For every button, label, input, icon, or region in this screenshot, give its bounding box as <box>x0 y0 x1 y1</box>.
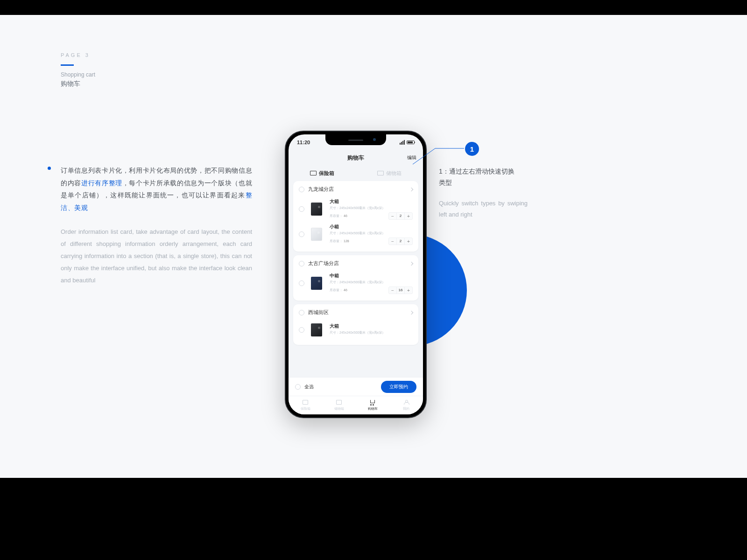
qty-stepper[interactable]: −16+ <box>388 287 413 294</box>
item-spec: 尺寸：245x240x500毫米（宽x高x深） <box>330 330 413 335</box>
item-thumb <box>308 201 325 217</box>
category-tabs: 保险箱 储物箱 <box>289 165 423 181</box>
action-bar: 全选 立即预约 <box>289 377 423 396</box>
minus-button[interactable]: − <box>389 287 396 294</box>
store-name: 西城街区 <box>308 309 410 316</box>
cart-item: 小箱尺寸：245x240x500毫米（宽x高x深）库存量：128−2+ <box>293 222 418 247</box>
page-header: PAGE 3 Shopping cart 购物车 <box>61 52 95 88</box>
qty-value: 2 <box>396 238 405 245</box>
tab-bar: 保险箱 储物箱 购物车 我的 <box>289 396 423 414</box>
tab-safe[interactable]: 保险箱 <box>289 165 356 181</box>
select-all-label: 全选 <box>304 384 381 390</box>
phone-screen: 11:20 购物车 编辑 保险箱 储物箱 九 <box>289 134 423 414</box>
cart-item: 大箱尺寸：245x240x500毫米（宽x高x深）库存量：46−2+ <box>293 196 418 222</box>
item-radio[interactable] <box>299 206 304 212</box>
tab-storage[interactable]: 储物箱 <box>356 165 423 181</box>
select-all-radio[interactable] <box>295 384 301 390</box>
item-radio[interactable] <box>299 280 304 286</box>
item-name: 大箱 <box>330 323 413 329</box>
stock-label: 库存量：128 <box>330 239 349 244</box>
status-time: 11:20 <box>297 140 310 145</box>
item-radio[interactable] <box>299 327 304 333</box>
callout-1: 1 1：通过左右滑动快速切换类型 Quickly switch types by… <box>439 142 528 221</box>
item-thumb <box>308 275 325 292</box>
item-spec: 尺寸：245x240x500毫米（宽x高x深） <box>330 231 413 236</box>
store-name: 太古广场分店 <box>308 260 410 267</box>
safe-icon <box>310 171 317 175</box>
plus-button[interactable]: + <box>405 213 412 219</box>
callout-title: 1：通过左右滑动快速切换类型 <box>439 166 518 189</box>
store-name: 九龙城分店 <box>308 186 410 193</box>
page-number: PAGE 3 <box>61 52 95 58</box>
chevron-right-icon[interactable] <box>409 187 413 191</box>
tabbar-safe[interactable]: 保险箱 <box>289 396 322 414</box>
plus-button[interactable]: + <box>405 287 412 294</box>
qty-stepper[interactable]: −2+ <box>388 212 413 220</box>
callout-en: Quickly switch types by swiping left and… <box>439 198 528 221</box>
description-en: Order information list card, take advant… <box>61 226 252 287</box>
tabbar-profile[interactable]: 我的 <box>389 396 423 414</box>
book-button[interactable]: 立即预约 <box>381 381 416 393</box>
tabbar-storage[interactable]: 储物箱 <box>322 396 356 414</box>
qty-value: 2 <box>396 213 405 219</box>
item-thumb <box>308 226 325 243</box>
signal-icon <box>400 140 405 145</box>
plus-button[interactable]: + <box>405 238 412 245</box>
store-radio[interactable] <box>299 187 304 192</box>
bullet-icon <box>48 167 51 170</box>
storage-icon <box>377 171 384 175</box>
item-spec: 尺寸：245x240x500毫米（宽x高x深） <box>330 206 413 210</box>
item-radio[interactable] <box>299 231 304 237</box>
chevron-right-icon[interactable] <box>409 310 413 314</box>
description-column: 订单信息列表卡片化，利用卡片化布局的优势，把不同购物信息的内容进行有序整理，每个… <box>61 164 252 287</box>
chevron-right-icon[interactable] <box>409 261 413 265</box>
store-card: 太古广场分店中箱尺寸：245x240x500毫米（宽x高x深）库存量：46−16… <box>293 255 418 301</box>
cart-item: 中箱尺寸：245x240x500毫米（宽x高x深）库存量：46−16+ <box>293 271 418 296</box>
minus-button[interactable]: − <box>389 238 396 245</box>
callout-badge: 1 <box>465 142 479 156</box>
item-thumb <box>308 322 325 338</box>
phone-notch <box>325 134 386 145</box>
callout-leader-line <box>426 149 443 166</box>
item-name: 中箱 <box>330 273 413 279</box>
edit-button[interactable]: 编辑 <box>407 154 416 161</box>
title-bar: 购物车 编辑 <box>289 150 423 165</box>
tabbar-cart[interactable]: 购物车 <box>356 396 389 414</box>
underline-accent <box>61 64 74 66</box>
store-radio[interactable] <box>299 310 304 315</box>
item-name: 小箱 <box>330 224 413 230</box>
subtitle-cn: 购物车 <box>61 80 95 88</box>
store-card: 九龙城分店大箱尺寸：245x240x500毫米（宽x高x深）库存量：46−2+小… <box>293 181 418 252</box>
design-page: PAGE 3 Shopping cart 购物车 订单信息列表卡片化，利用卡片化… <box>0 15 747 478</box>
qty-stepper[interactable]: −2+ <box>388 238 413 245</box>
subtitle-en: Shopping cart <box>61 71 95 78</box>
stock-label: 库存量：46 <box>330 214 347 218</box>
item-name: 大箱 <box>330 198 413 205</box>
cart-content[interactable]: 九龙城分店大箱尺寸：245x240x500毫米（宽x高x深）库存量：46−2+小… <box>289 181 423 382</box>
cart-item: 大箱尺寸：245x240x500毫米（宽x高x深） <box>293 320 418 340</box>
battery-icon <box>407 140 415 144</box>
item-spec: 尺寸：245x240x500毫米（宽x高x深） <box>330 280 413 285</box>
description-cn: 订单信息列表卡片化，利用卡片化布局的优势，把不同购物信息的内容进行有序整理，每个… <box>61 164 252 214</box>
phone-mockup: 11:20 购物车 编辑 保险箱 储物箱 九 <box>285 131 427 418</box>
stock-label: 库存量：46 <box>330 288 347 293</box>
store-radio[interactable] <box>299 261 304 266</box>
page-title: 购物车 <box>347 154 364 162</box>
qty-value: 16 <box>396 287 405 294</box>
store-card: 西城街区大箱尺寸：245x240x500毫米（宽x高x深） <box>293 304 418 345</box>
minus-button[interactable]: − <box>389 213 396 219</box>
